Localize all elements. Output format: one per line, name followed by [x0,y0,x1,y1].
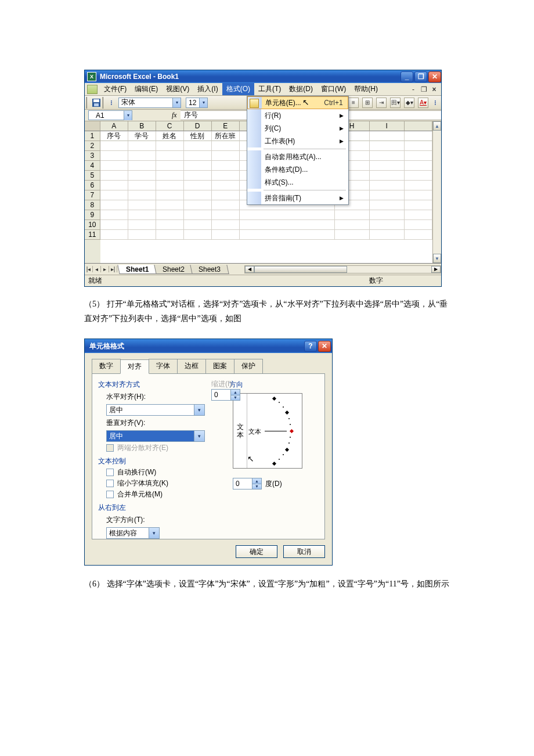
indent-icon[interactable]: ⇥ [376,98,387,108]
row-header[interactable]: 11 [85,230,100,240]
spin-up-icon[interactable]: ▲ [230,390,240,395]
row-header[interactable]: 3 [85,151,100,161]
horizontal-scrollbar[interactable]: ◀ ▶ [244,265,441,273]
menu-item-conditional[interactable]: 条件格式(D)... [247,163,348,176]
inner-close-button[interactable]: × [430,85,439,93]
tab-number[interactable]: 数字 [92,359,121,373]
cell[interactable] [405,131,432,141]
orientation-dial[interactable]: 文本 ↖ [247,394,302,468]
chevron-down-icon[interactable]: ▾ [124,111,132,120]
vertical-scrollbar[interactable]: ▲ ▼ [432,121,441,263]
cell[interactable] [370,131,405,141]
menu-insert[interactable]: 插入(I) [193,83,222,95]
orientation-vertical-text[interactable]: 文本 [233,394,247,468]
menu-format[interactable]: 格式(O) [222,83,254,95]
menu-item-autoformat[interactable]: 自动套用格式(A)... [247,150,348,163]
select-all-cell[interactable] [85,121,100,131]
menu-item-row[interactable]: 行(R) ▶ [247,109,348,122]
scroll-up-button[interactable]: ▲ [433,121,441,131]
font-size-combo[interactable]: 12 ▾ [186,98,208,108]
sheet-tab[interactable]: Sheet3 [190,265,229,274]
col-header[interactable]: C [156,121,184,131]
scroll-left-button[interactable]: ◀ [245,266,254,273]
row-header[interactable]: 9 [85,210,100,220]
row-header[interactable]: 1 [85,131,100,141]
h-align-combo[interactable]: 居中 ▾ [106,404,205,416]
tab-protection[interactable]: 保护 [234,359,263,373]
cell[interactable]: 学号 [128,131,156,141]
checkbox-icon[interactable] [106,480,114,487]
indent-spinner[interactable]: 0 ▲▼ [211,389,240,401]
help-button[interactable]: ? [304,341,317,352]
tab-border[interactable]: 边框 [177,359,206,373]
scroll-down-button[interactable]: ▼ [433,254,441,263]
col-header[interactable]: A [100,121,128,131]
spin-up-icon[interactable]: ▲ [252,478,261,484]
col-header[interactable]: D [184,121,212,131]
ok-button[interactable]: 确定 [236,545,277,558]
menu-window[interactable]: 窗口(W) [317,83,350,95]
menu-tools[interactable]: 工具(T) [254,83,285,95]
font-color-icon[interactable]: A▾ [418,98,428,108]
chevron-down-icon[interactable]: ▾ [149,528,159,538]
tab-patterns[interactable]: 图案 [205,359,234,373]
menu-view[interactable]: 视图(V) [162,83,193,95]
chevron-down-icon[interactable]: ▾ [194,405,204,415]
close-button[interactable]: ✕ [318,341,331,352]
cell[interactable]: 序号 [100,131,128,141]
cell[interactable]: 姓名 [156,131,184,141]
close-button[interactable]: ✕ [428,71,441,82]
save-icon[interactable] [92,98,101,107]
col-header[interactable]: I [370,121,405,131]
text-direction-combo[interactable]: 根据内容 ▾ [106,527,160,539]
col-header[interactable]: E [212,121,240,131]
scroll-right-button[interactable]: ▶ [431,266,441,273]
row-header[interactable]: 4 [85,161,100,171]
font-name-combo[interactable]: 宋体 ▾ [118,98,181,108]
row-header[interactable]: 8 [85,200,100,210]
tab-nav-first[interactable]: |◂ [85,266,93,272]
borders-icon[interactable]: 田▾ [390,98,400,108]
inner-restore-button[interactable]: - [409,85,418,93]
tab-nav-prev[interactable]: ◂ [93,266,101,272]
tab-alignment[interactable]: 对齐 [120,359,149,374]
menu-item-style[interactable]: 样式(S)... [247,176,348,189]
tab-font[interactable]: 字体 [149,359,178,373]
menu-item-cells[interactable]: 单元格(E)... Ctrl+1 ↖ [247,96,348,109]
row-header[interactable]: 2 [85,141,100,151]
chevron-down-icon[interactable]: ▾ [194,431,204,441]
chevron-down-icon[interactable]: ▾ [199,98,207,107]
row-header[interactable]: 5 [85,171,100,181]
scroll-thumb[interactable] [254,266,347,273]
menu-item-sheet[interactable]: 工作表(H) ▶ [247,135,348,147]
inner-maximize-button[interactable]: ❐ [419,85,428,93]
row-header[interactable]: 10 [85,220,100,230]
checkbox-icon[interactable] [106,491,114,498]
cancel-button[interactable]: 取消 [283,545,325,558]
shrink-to-fit-check[interactable]: 缩小字体填充(K) [106,478,229,488]
col-header[interactable]: B [128,121,156,131]
align-icon[interactable]: ≡ [348,98,359,108]
maximize-button[interactable]: ❐ [414,71,427,82]
checkbox-icon[interactable] [106,469,114,476]
name-box[interactable]: A1 ▾ [88,110,132,120]
col-header[interactable] [405,121,432,131]
menu-item-pinyin[interactable]: 拼音指南(T) ▶ [247,192,348,204]
cell[interactable]: 所在班 [212,131,240,141]
v-align-combo[interactable]: 居中 ▾ [106,430,205,442]
degrees-spinner[interactable]: 0 ▲▼ [233,478,262,489]
row-header[interactable]: 6 [85,181,100,190]
tab-nav-next[interactable]: ▸ [101,266,109,272]
spin-down-icon[interactable]: ▼ [252,484,261,489]
sheet-tab[interactable]: Sheet2 [154,265,193,274]
wrap-text-check[interactable]: 自动换行(W) [106,467,229,477]
minimize-button[interactable]: _ [400,71,413,82]
row-header[interactable]: 7 [85,190,100,200]
fx-label[interactable]: fx [172,111,177,120]
tab-nav-last[interactable]: ▸| [109,266,117,272]
menu-help[interactable]: 帮助(H) [350,83,382,95]
merge-icon[interactable]: ⊞ [362,98,373,108]
menu-data[interactable]: 数据(D) [285,83,317,95]
fill-color-icon[interactable]: ◆▾ [404,98,414,108]
merge-cells-check[interactable]: 合并单元格(M) [106,489,229,499]
